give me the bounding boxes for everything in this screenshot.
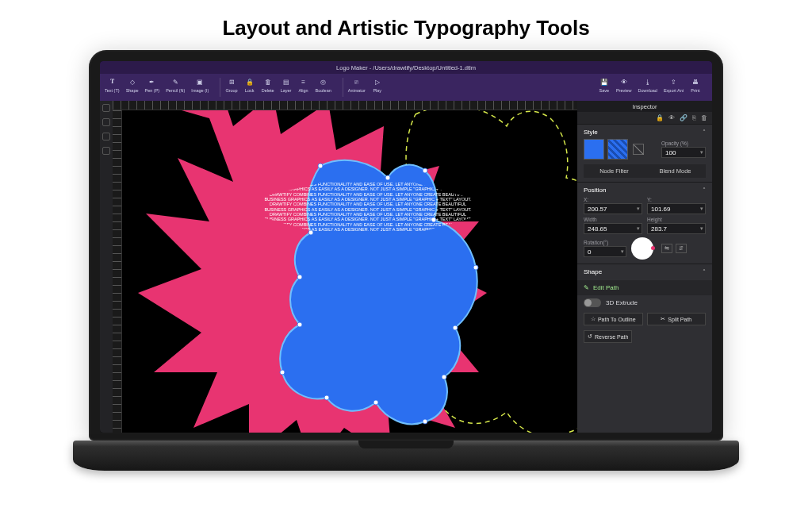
tool-export[interactable]: ⇪Export Ani xyxy=(664,76,684,93)
svg-point-11 xyxy=(297,322,302,327)
style-section: Style˄ Opacity (%) 100▾ Node Filter xyxy=(577,124,712,182)
rotation-dial[interactable] xyxy=(631,237,653,260)
trash-icon[interactable]: 🗑 xyxy=(701,114,707,121)
lock-icon: 🔒 xyxy=(244,76,255,87)
chevron-up-icon[interactable]: ˄ xyxy=(703,268,706,275)
node-filter-tab[interactable]: Node Filter xyxy=(584,164,645,178)
preview-icon: 👁 xyxy=(619,76,630,87)
tool-download[interactable]: ⭳Download xyxy=(638,76,657,93)
svg-point-3 xyxy=(431,217,436,222)
fill-swatch[interactable] xyxy=(584,139,604,160)
tool-image[interactable]: ▣Image (I) xyxy=(191,76,209,93)
app-window: Logo Maker - /Users/drawtify/Desktop/Unt… xyxy=(100,61,712,433)
svg-point-9 xyxy=(324,395,329,400)
tool-play[interactable]: ▷Play xyxy=(372,76,383,93)
inspector-panel: Inspector 🔒 👁 🔗 ⎘ 🗑 Style˄ xyxy=(577,101,712,433)
group-icon: ⊞ xyxy=(226,76,237,87)
edit-path-button[interactable]: ✎Edit Path xyxy=(577,280,712,295)
svg-point-13 xyxy=(308,230,313,235)
tool-pencil[interactable]: ✎Pencil (N) xyxy=(166,76,185,93)
export-icon: ⇪ xyxy=(668,76,679,87)
tool-lock[interactable]: 🔒Lock xyxy=(244,76,255,93)
height-field[interactable]: 283.7▾ xyxy=(647,223,706,234)
link-icon[interactable]: 🔗 xyxy=(680,114,688,121)
svg-point-6 xyxy=(442,375,446,379)
tool-group[interactable]: ⊞Group xyxy=(225,76,237,93)
width-field[interactable]: 248.65▾ xyxy=(584,223,642,234)
opacity-field[interactable]: 100▾ xyxy=(661,147,706,158)
tool-print[interactable]: 🖶Print xyxy=(690,76,701,93)
svg-point-0 xyxy=(318,164,323,168)
animator-icon: ⎚ xyxy=(351,76,362,87)
ruler-vertical xyxy=(113,110,122,433)
svg-point-8 xyxy=(373,400,378,405)
tool-delete[interactable]: 🗑Delete xyxy=(262,76,274,93)
image-icon: ▣ xyxy=(194,76,205,87)
rotation-field[interactable]: 0▾ xyxy=(584,246,626,257)
window-titlebar: Logo Maker - /Users/drawtify/Desktop/Unt… xyxy=(100,61,712,74)
text-icon: 𝐓 xyxy=(106,76,117,87)
extrude-toggle[interactable] xyxy=(584,298,601,307)
main-toolbar: 𝐓Text (T) ◇Shape ✒Pen (P) ✎Pencil (N) ▣I… xyxy=(100,74,712,101)
tool-preview[interactable]: 👁Preview xyxy=(616,76,632,93)
split-path-button[interactable]: ✂ Split Path xyxy=(647,313,707,325)
chevron-up-icon[interactable]: ˄ xyxy=(703,187,706,194)
flip-h-icon[interactable]: ⇋ xyxy=(661,244,672,253)
shape-icon: ◇ xyxy=(127,76,138,87)
boolean-icon: ◎ xyxy=(318,76,329,87)
blend-mode-tab[interactable]: Blend Mode xyxy=(645,164,706,178)
stroke-none-icon[interactable] xyxy=(633,144,644,155)
svg-point-4 xyxy=(473,265,478,270)
tool-layer[interactable]: ▤Layer xyxy=(281,76,292,93)
copy-icon[interactable]: ⎘ xyxy=(692,114,696,121)
svg-point-1 xyxy=(385,175,390,180)
tool-align[interactable]: ≡Align xyxy=(298,76,309,93)
laptop-mockup: Logo Maker - /Users/drawtify/Desktop/Unt… xyxy=(73,50,739,471)
extrude-label: 3D Extrude xyxy=(606,299,638,306)
svg-point-7 xyxy=(423,419,427,424)
ruler-horizontal xyxy=(113,101,577,110)
pattern-swatch[interactable] xyxy=(607,139,628,160)
inspector-quick-icons: 🔒 👁 🔗 ⎘ 🗑 xyxy=(577,112,712,124)
svg-point-10 xyxy=(280,370,285,375)
y-field[interactable]: 101.69▾ xyxy=(647,203,706,214)
laptop-base xyxy=(73,441,739,471)
path-to-outline-button[interactable]: ☆ Path To Outline xyxy=(584,313,643,325)
tool-shape[interactable]: ◇Shape xyxy=(126,76,139,93)
shape-section: Shape˄ xyxy=(577,264,712,280)
print-icon: 🖶 xyxy=(690,76,701,87)
rail-btn[interactable] xyxy=(102,118,110,126)
tool-animator[interactable]: ⎚Animator xyxy=(348,76,366,93)
delete-icon: 🗑 xyxy=(262,76,274,87)
svg-point-5 xyxy=(453,325,458,330)
tool-pen[interactable]: ✒Pen (P) xyxy=(145,76,160,93)
svg-point-12 xyxy=(297,275,302,279)
x-field[interactable]: 200.57▾ xyxy=(584,203,642,214)
chevron-up-icon[interactable]: ˄ xyxy=(703,129,706,136)
reverse-path-button[interactable]: ↺ Reverse Path xyxy=(584,330,632,343)
rail-btn[interactable] xyxy=(102,104,110,112)
canvas[interactable]: DRAWTIFY COMBINES FUNCTIONALITY AND EASE… xyxy=(122,110,577,433)
play-icon: ▷ xyxy=(372,76,383,87)
window-title: Logo Maker - /Users/drawtify/Desktop/Unt… xyxy=(336,64,476,71)
shape-label: Shape xyxy=(584,268,602,275)
lock-small-icon[interactable]: 🔒 xyxy=(656,114,664,121)
left-tool-rail xyxy=(100,101,113,433)
position-label: Position xyxy=(584,187,606,194)
horse-blue-shape[interactable] xyxy=(249,158,487,428)
style-label: Style xyxy=(584,129,598,136)
pencil-icon: ✎ xyxy=(170,76,181,87)
download-icon: ⭳ xyxy=(642,76,653,87)
rail-btn[interactable] xyxy=(102,133,110,140)
rail-btn[interactable] xyxy=(102,147,110,155)
eye-icon[interactable]: 👁 xyxy=(668,114,675,121)
tool-text[interactable]: 𝐓Text (T) xyxy=(105,76,120,93)
tool-save[interactable]: 💾Save xyxy=(599,76,610,93)
edit-path-icon: ✎ xyxy=(584,284,589,291)
pen-icon: ✒ xyxy=(147,76,158,87)
page-heading: Layout and Artistic Typography Tools xyxy=(0,0,812,50)
align-icon: ≡ xyxy=(298,76,309,87)
inspector-title: Inspector xyxy=(577,101,712,112)
flip-v-icon[interactable]: ⇵ xyxy=(676,244,687,253)
tool-boolean[interactable]: ◎Boolean xyxy=(316,76,331,93)
